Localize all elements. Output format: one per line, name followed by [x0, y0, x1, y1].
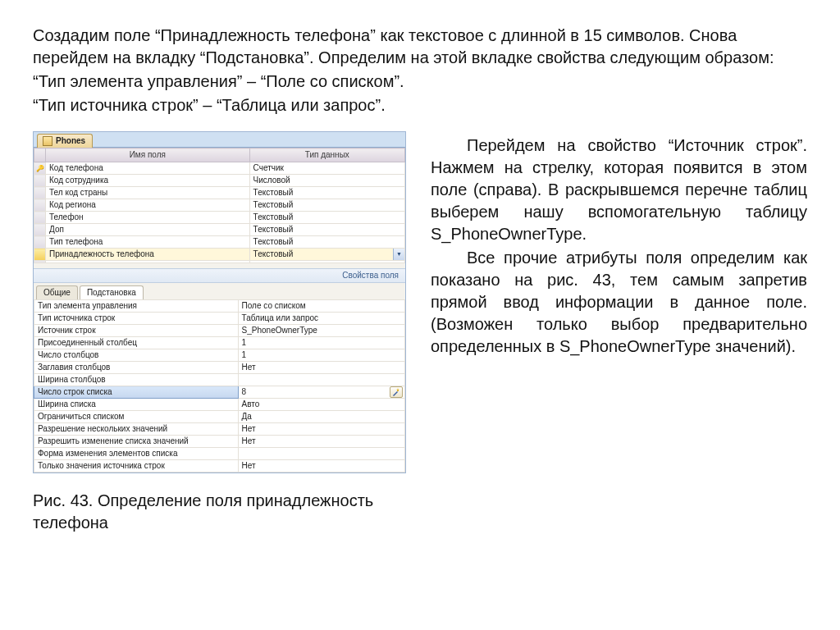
field-type-cell[interactable]: Текстовый [249, 187, 404, 199]
builder-button-icon[interactable] [390, 386, 403, 398]
property-value[interactable]: Нет [238, 460, 404, 472]
property-value[interactable]: 1 [238, 337, 404, 349]
properties-grid[interactable]: Тип элемента управленияПоле со спискомТи… [34, 299, 405, 472]
property-label: Разрешить изменение списка значений [34, 436, 239, 448]
property-label: Число строк списка [34, 386, 239, 399]
intro-p1: Создадим поле “Принадлежность телефона” … [33, 25, 807, 69]
property-value[interactable]: Нет [238, 436, 404, 448]
property-row[interactable]: Разрешить изменение списка значенийНет [34, 436, 405, 448]
field-name-cell[interactable]: Тел код страны [46, 187, 250, 199]
property-label: Разрешение нескольких значений [34, 423, 239, 436]
field-name-cell[interactable] [46, 261, 250, 263]
property-label: Ширина списка [34, 399, 239, 411]
tab-general[interactable]: Общие [36, 285, 78, 299]
row-selector[interactable] [34, 175, 46, 187]
property-tabs: Общие Подстановка [34, 283, 405, 299]
property-value[interactable]: Поле со списком [238, 300, 404, 313]
row-selector[interactable] [34, 249, 46, 261]
row-selector-header [34, 148, 46, 162]
property-row[interactable]: Число строк списка8 [34, 386, 405, 399]
window-tabbar: Phones [34, 132, 405, 148]
field-type-cell[interactable]: Числовой [249, 175, 404, 187]
field-row[interactable]: Тел код страныТекстовый [34, 187, 405, 199]
property-value[interactable]: Таблица или запрос [238, 313, 404, 325]
property-label: Тип источника строк [34, 313, 239, 325]
tab-lookup[interactable]: Подстановка [80, 285, 144, 299]
field-row[interactable]: ТелефонТекстовый [34, 212, 405, 224]
intro-p2: “Тип элемента управления” – “Поле со спи… [33, 71, 807, 93]
property-row[interactable]: Тип элемента управленияПоле со списком [34, 300, 405, 313]
field-row[interactable]: Код регионаТекстовый [34, 199, 405, 212]
property-label: Ограничиться списком [34, 411, 239, 423]
property-row[interactable]: Форма изменения элементов списка [34, 448, 405, 460]
property-value[interactable] [238, 448, 404, 460]
field-type-cell[interactable]: Счетчик [249, 162, 404, 175]
figure-caption: Рис. 43. Определение поля принадлежность… [33, 490, 406, 534]
row-selector[interactable] [34, 261, 46, 263]
property-row[interactable]: Ширина столбцов [34, 374, 405, 386]
property-value[interactable]: Авто [238, 399, 404, 411]
right-text: Перейдем на свойство “Источник строк”. Н… [431, 131, 807, 534]
property-value[interactable]: Нет [238, 423, 404, 436]
property-label: Только значения источника строк [34, 460, 239, 472]
field-type-cell[interactable] [249, 261, 404, 263]
field-row[interactable] [34, 261, 405, 263]
row-selector[interactable] [34, 187, 46, 199]
property-label: Тип элемента управления [34, 300, 239, 313]
properties-title: Свойства поля [34, 268, 405, 283]
field-row[interactable]: Принадлежность телефонаТекстовый▼ [34, 249, 405, 261]
field-type-cell[interactable]: Текстовый▼ [249, 249, 404, 261]
table-icon [43, 136, 52, 146]
field-row[interactable]: ДопТекстовый [34, 224, 405, 236]
property-label: Источник строк [34, 325, 239, 337]
property-label: Присоединенный столбец [34, 337, 239, 349]
field-name-cell[interactable]: Принадлежность телефона [46, 249, 250, 261]
property-row[interactable]: Ширина спискаАвто [34, 399, 405, 411]
property-value[interactable] [238, 374, 404, 386]
property-row[interactable]: Разрешение нескольких значенийНет [34, 423, 405, 436]
field-name-cell[interactable]: Код телефона [46, 162, 250, 175]
property-value[interactable]: Нет [238, 362, 404, 374]
property-row[interactable]: Заглавия столбцовНет [34, 362, 405, 374]
property-value[interactable]: 1 [238, 349, 404, 362]
col-header-type: Тип данных [249, 148, 404, 162]
intro-p3: “Тип источника строк” – “Таблица или зап… [33, 94, 807, 116]
property-row[interactable]: Присоединенный столбец1 [34, 337, 405, 349]
right-p2: Все прочие атрибуты поля определим как п… [431, 247, 807, 358]
property-label: Число столбцов [34, 349, 239, 362]
field-type-cell[interactable]: Текстовый [249, 236, 404, 249]
property-row[interactable]: Источник строкS_PhoneOwnerType [34, 325, 405, 337]
property-value[interactable]: 8 [238, 386, 404, 399]
fields-grid[interactable]: Имя поля Тип данных 🔑Код телефонаСчетчик… [34, 148, 405, 263]
field-name-cell[interactable]: Код региона [46, 199, 250, 212]
property-row[interactable]: Только значения источника строкНет [34, 460, 405, 472]
field-name-cell[interactable]: Телефон [46, 212, 250, 224]
property-row[interactable]: Ограничиться спискомДа [34, 411, 405, 423]
property-row[interactable]: Тип источника строкТаблица или запрос [34, 313, 405, 325]
dropdown-arrow-icon[interactable]: ▼ [393, 249, 404, 260]
right-p1: Перейдем на свойство “Источник строк”. Н… [431, 135, 807, 245]
intro-text: Создадим поле “Принадлежность телефона” … [33, 25, 807, 116]
row-selector[interactable] [34, 199, 46, 212]
primary-key-icon: 🔑 [36, 165, 44, 172]
property-label: Заглавия столбцов [34, 362, 239, 374]
row-selector[interactable] [34, 236, 46, 249]
field-name-cell[interactable]: Тип телефона [46, 236, 250, 249]
field-type-cell[interactable]: Текстовый [249, 212, 404, 224]
property-label: Ширина столбцов [34, 374, 239, 386]
property-row[interactable]: Число столбцов1 [34, 349, 405, 362]
access-window: Phones Имя поля Тип данных 🔑Код телефона… [33, 131, 406, 473]
row-selector[interactable]: 🔑 [34, 162, 46, 175]
row-selector[interactable] [34, 212, 46, 224]
field-row[interactable]: Код сотрудникаЧисловой [34, 175, 405, 187]
field-row[interactable]: Тип телефонаТекстовый [34, 236, 405, 249]
property-value[interactable]: S_PhoneOwnerType [238, 325, 404, 337]
property-value[interactable]: Да [238, 411, 404, 423]
field-row[interactable]: 🔑Код телефонаСчетчик [34, 162, 405, 175]
field-type-cell[interactable]: Текстовый [249, 199, 404, 212]
tab-phones[interactable]: Phones [37, 134, 93, 148]
row-selector[interactable] [34, 224, 46, 236]
field-name-cell[interactable]: Доп [46, 224, 250, 236]
field-type-cell[interactable]: Текстовый [249, 224, 404, 236]
field-name-cell[interactable]: Код сотрудника [46, 175, 250, 187]
